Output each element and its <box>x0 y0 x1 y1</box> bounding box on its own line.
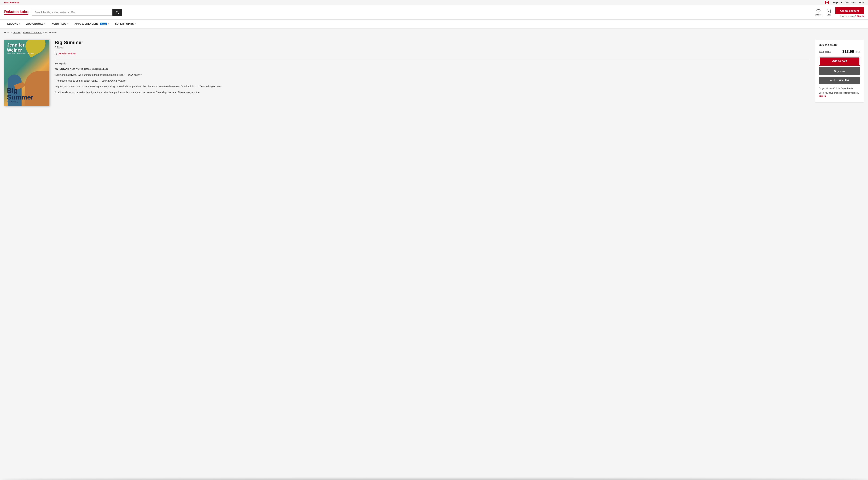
book-cover-wrap: JenniferWeiner New York Times BESTSELLER… <box>4 40 49 137</box>
quote2: “The beach read to end all beach reads.”… <box>55 79 810 83</box>
price-row: Your price $13.99 CAD <box>819 49 860 54</box>
book-author-line: by Jennifer Weiner <box>55 52 810 55</box>
language-selector[interactable]: English ▾ <box>833 1 842 4</box>
wishlist-button[interactable]: Wishlist <box>815 9 822 16</box>
synopsis-heading: Synopsis <box>55 62 810 65</box>
super-points-text: Or, get it for 6400 Kobo Super Points! <box>819 87 860 90</box>
breadcrumb-home[interactable]: Home <box>4 31 10 34</box>
quote4: A deliciously funny, remarkably poignant… <box>55 91 810 95</box>
svg-line-5 <box>118 13 119 13</box>
wishlist-label: Wishlist <box>815 13 822 16</box>
cart-icon <box>826 9 831 13</box>
main-nav: eBOOKS ▾ AUDIOBOOKS ▾ KOBO PLUS ▾ APPS &… <box>0 20 868 29</box>
buy-panel: Buy the eBook Your price $13.99 CAD Add … <box>815 40 864 103</box>
divider <box>55 59 810 59</box>
breadcrumb-current: Big Summer <box>45 31 57 34</box>
synopsis-bold: AN INSTANT NEW YORK TIMES BESTSELLER <box>55 68 108 70</box>
book-cover: JenniferWeiner New York Times BESTSELLER… <box>4 40 49 106</box>
create-account-section: Create account Have an account? Sign in <box>835 7 864 18</box>
quote1: “Sexy and satisfying, Big Summer is the … <box>55 73 810 77</box>
gift-cards-link[interactable]: Gift Cards <box>845 1 856 4</box>
cart-button[interactable]: Cart <box>826 9 831 16</box>
author-link[interactable]: Jennifer Weiner <box>58 52 76 55</box>
main-content: JenniferWeiner New York Times BESTSELLER… <box>0 36 868 140</box>
synopsis-text: AN INSTANT NEW YORK TIMES BESTSELLER “Se… <box>55 67 810 95</box>
breadcrumb: Home / eBooks / Fiction & Literature / B… <box>0 29 868 36</box>
buy-now-button[interactable]: Buy Now <box>819 67 860 75</box>
cart-label: Cart <box>827 13 831 16</box>
search-icon <box>116 10 119 14</box>
cover-novel-label: A NOVEL <box>7 101 46 103</box>
earn-rewards: Earn Rewards <box>4 1 19 4</box>
canada-flag-icon <box>825 1 829 4</box>
search-bar <box>32 9 122 15</box>
buy-panel-title: Buy the eBook <box>819 43 860 46</box>
book-title: Big Summer <box>55 40 810 45</box>
logo[interactable]: Rakuten kobo <box>4 10 28 14</box>
sign-in-prompt: See if you have enough points for this i… <box>819 91 860 98</box>
header-actions: Wishlist Cart Create account Have an acc… <box>815 7 864 18</box>
chevron-down-icon: ▾ <box>44 23 45 25</box>
cover-author-name: JenniferWeiner <box>7 42 46 53</box>
quote3: “Big fun, and then some. It’s empowering… <box>55 85 810 89</box>
svg-rect-2 <box>828 1 829 4</box>
price-currency: CAD <box>856 51 860 53</box>
book-info: Big Summer A Novel by Jennifer Weiner Sy… <box>55 40 810 137</box>
chevron-down-icon: ▾ <box>841 1 842 4</box>
add-to-wishlist-button[interactable]: Add to Wishlist <box>819 76 860 84</box>
sale-badge: SALE <box>100 23 107 25</box>
search-button[interactable] <box>113 9 122 15</box>
price-value: $13.99 <box>842 49 854 54</box>
book-subtitle: A Novel <box>55 46 810 49</box>
search-input[interactable] <box>32 9 113 15</box>
cover-bestseller-text: New York Times BESTSELLER <box>7 53 46 55</box>
price-label: Your price <box>819 51 831 53</box>
have-account-text: Have an account? Sign in <box>839 15 864 18</box>
top-bar-right: English ▾ Gift Cards Help <box>825 1 864 4</box>
chevron-down-icon: ▾ <box>135 23 135 25</box>
sign-in-link[interactable]: Sign in <box>857 15 864 18</box>
help-link[interactable]: Help <box>859 1 864 4</box>
nav-super-points[interactable]: SUPER POINTS ▾ <box>112 20 139 29</box>
nav-apps-ereaders[interactable]: APPS & eREADERS SALE ▾ <box>71 20 112 29</box>
nav-kobo-plus[interactable]: KOBO PLUS ▾ <box>49 20 71 29</box>
chevron-down-icon: ▾ <box>108 23 109 25</box>
sign-in-points-link[interactable]: Sign in <box>819 95 826 97</box>
nav-ebooks[interactable]: eBOOKS ▾ <box>4 20 23 29</box>
logo-text: Rakuten kobo <box>4 10 28 14</box>
header: Rakuten kobo Wishlist Cart <box>0 5 868 20</box>
chevron-down-icon: ▾ <box>67 23 68 25</box>
chevron-down-icon: ▾ <box>19 23 20 25</box>
cover-book-title: BigSummer <box>7 87 46 101</box>
top-bar: Earn Rewards English ▾ Gift Cards Help <box>0 0 868 5</box>
add-to-cart-button[interactable]: Add to cart <box>819 57 860 66</box>
breadcrumb-category[interactable]: Fiction & Literature <box>23 31 42 34</box>
heart-icon <box>816 9 821 13</box>
svg-rect-0 <box>825 1 826 4</box>
logo-underline <box>4 14 28 14</box>
create-account-button[interactable]: Create account <box>835 7 864 14</box>
breadcrumb-ebooks[interactable]: eBooks <box>13 31 20 34</box>
nav-audiobooks[interactable]: AUDIOBOOKS ▾ <box>23 20 49 29</box>
price-value-group: $13.99 CAD <box>842 49 860 54</box>
